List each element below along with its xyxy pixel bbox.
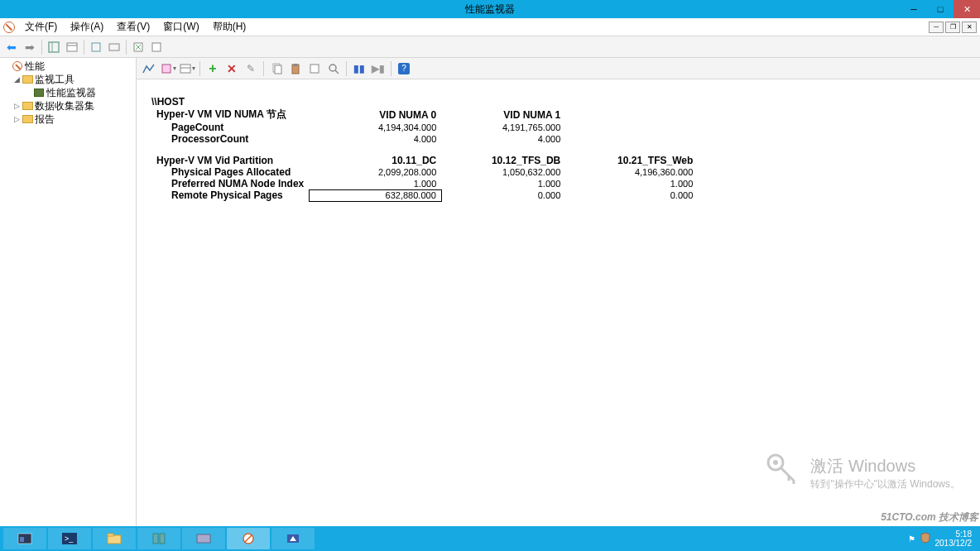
zoom-button[interactable] xyxy=(324,60,343,77)
counter-label: PageCount xyxy=(147,122,309,133)
cell-value: 0.000 xyxy=(565,189,698,201)
task-hyperv[interactable] xyxy=(137,528,180,549)
tree-monitor-tools[interactable]: ◢ 监视工具 xyxy=(0,73,136,86)
folder-icon xyxy=(22,74,33,85)
cell-value-selected[interactable]: 632,880.000 xyxy=(309,189,441,201)
counter-label: Remote Physical Pages xyxy=(147,189,309,201)
cell-value: 0.000 xyxy=(441,189,565,201)
task-powershell[interactable]: >_ xyxy=(48,528,91,549)
properties-button[interactable] xyxy=(64,39,80,55)
menu-help[interactable]: 帮助(H) xyxy=(206,20,253,34)
task-app7[interactable] xyxy=(271,528,315,549)
svg-rect-27 xyxy=(160,534,165,544)
expander-icon[interactable]: ▷ xyxy=(12,102,22,110)
tree-collector-sets[interactable]: ▷ 数据收集器集 xyxy=(0,99,136,113)
view-histogram-button[interactable]: ▾ xyxy=(159,60,177,77)
view-report-button[interactable]: ▾ xyxy=(178,60,196,77)
col-header: VID NUMA 0 xyxy=(309,108,441,122)
toolbar-button-1[interactable] xyxy=(88,39,104,55)
view-graph-button[interactable] xyxy=(140,60,158,77)
tray-flag-icon[interactable]: ⚑ xyxy=(908,534,915,544)
mdi-close-button[interactable]: ✕ xyxy=(962,22,977,33)
table-row[interactable]: Physical Pages Allocated 2,099,208.000 1… xyxy=(147,166,698,178)
tree-root[interactable]: 性能 xyxy=(0,60,136,73)
tree-label: 数据收集器集 xyxy=(35,99,94,113)
activation-watermark: 激活 Windows 转到"操作中心"以激活 Windows。 xyxy=(764,451,960,495)
monitor-icon xyxy=(33,87,45,98)
watermark-title: 激活 Windows xyxy=(810,455,960,477)
table-row[interactable]: PageCount 4,194,304.000 4,191,765.000 xyxy=(147,122,698,133)
key-icon xyxy=(764,451,800,495)
close-button[interactable]: ✕ xyxy=(954,0,980,18)
toolbar-button-2[interactable] xyxy=(106,39,122,55)
copy-button[interactable] xyxy=(267,60,286,77)
col-header: 10.11_DC xyxy=(309,155,441,166)
svg-text:>_: >_ xyxy=(65,534,74,543)
task-explorer[interactable] xyxy=(93,528,136,549)
export-button[interactable] xyxy=(148,39,165,55)
table-row[interactable]: Remote Physical Pages 632,880.000 0.000 … xyxy=(147,189,698,201)
table-row[interactable]: Preferred NUMA Node Index 1.000 1.000 1.… xyxy=(147,178,698,189)
report-table: \\HOST Hyper-V VM VID NUMA 节点 VID NUMA 0… xyxy=(147,96,699,202)
menu-view[interactable]: 查看(V) xyxy=(110,20,156,34)
perf-icon xyxy=(12,60,23,72)
freeze-button[interactable]: ▮▮ xyxy=(350,60,368,77)
svg-rect-0 xyxy=(49,42,59,52)
help-button[interactable]: ? xyxy=(395,60,413,77)
tray-time: 5:18 xyxy=(935,529,973,539)
tray-clock[interactable]: 5:18 2013/12/2 xyxy=(935,529,973,548)
menu-file[interactable]: 文件(F) xyxy=(18,20,64,34)
expander-icon[interactable]: ◢ xyxy=(12,75,22,84)
separator xyxy=(84,40,84,55)
task-server-manager[interactable] xyxy=(3,528,46,549)
maximize-button[interactable]: □ xyxy=(927,0,954,18)
svg-rect-12 xyxy=(275,65,281,74)
cell-value: 1,050,632.000 xyxy=(441,166,565,178)
back-button[interactable]: ⬅ xyxy=(3,39,20,55)
table-row[interactable]: ProcessorCount 4.000 4.000 xyxy=(147,133,698,145)
menu-action[interactable]: 操作(A) xyxy=(64,20,110,34)
svg-rect-15 xyxy=(310,65,319,73)
cell-value: 1.000 xyxy=(309,178,441,189)
task-perfmon[interactable] xyxy=(227,528,270,549)
taskbar: >_ ⚑ 5:18 2013/12/2 xyxy=(0,526,980,551)
paste-button[interactable] xyxy=(286,60,305,77)
refresh-button[interactable] xyxy=(130,39,147,55)
delete-counter-button[interactable]: ✕ xyxy=(223,60,241,77)
svg-rect-14 xyxy=(294,64,297,66)
show-hide-tree-button[interactable] xyxy=(46,39,62,55)
col-header: 10.21_TFS_Web xyxy=(565,155,698,166)
forward-button[interactable]: ➡ xyxy=(22,39,38,55)
minimize-button[interactable]: ─ xyxy=(901,0,927,18)
highlight-button[interactable]: ✎ xyxy=(242,60,260,77)
mdi-controls: ─ ❐ ✕ xyxy=(929,22,980,33)
svg-rect-8 xyxy=(162,65,171,73)
cell-value: 2,099,208.000 xyxy=(309,166,441,178)
separator xyxy=(346,61,347,76)
mdi-minimize-button[interactable]: ─ xyxy=(929,22,944,33)
separator xyxy=(126,40,127,55)
folder-icon xyxy=(22,113,33,125)
svg-point-19 xyxy=(773,460,778,465)
cell-value: 4,191,765.000 xyxy=(441,122,565,133)
mdi-restore-button[interactable]: ❐ xyxy=(945,22,960,33)
watermark-subtitle: 转到"操作中心"以激活 Windows。 xyxy=(810,477,960,491)
update-button[interactable]: ▶▮ xyxy=(369,60,387,77)
tree-label: 性能 xyxy=(25,60,45,74)
properties-button[interactable] xyxy=(305,60,324,77)
tree-reports[interactable]: ▷ 报告 xyxy=(0,113,136,126)
expander-icon[interactable]: ▷ xyxy=(12,115,22,123)
tray-shield-icon[interactable] xyxy=(920,532,930,545)
system-tray: ⚑ 5:18 2013/12/2 xyxy=(908,529,978,548)
menu-window[interactable]: 窗口(W) xyxy=(156,20,205,34)
add-counter-button[interactable]: + xyxy=(204,60,222,77)
tree-perf-monitor[interactable]: 性能监视器 xyxy=(0,86,136,99)
cell-value: 4,194,304.000 xyxy=(309,122,441,133)
content-panel: ▾ ▾ + ✕ ✎ ▮▮ ▶▮ ? \\HOST Hyper-V VM VID … xyxy=(137,58,980,526)
svg-rect-25 xyxy=(108,534,113,536)
tree-label: 性能监视器 xyxy=(46,86,96,100)
main-toolbar: ⬅ ➡ xyxy=(0,36,980,58)
task-app5[interactable] xyxy=(182,528,225,549)
separator xyxy=(199,61,200,76)
host-label: \\HOST xyxy=(147,96,309,108)
